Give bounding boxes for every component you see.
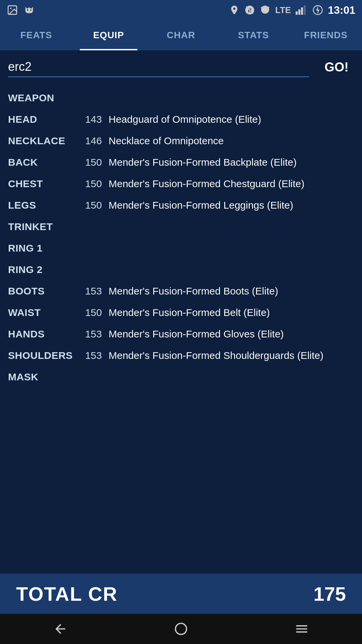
tab-char[interactable]: CHAR [145, 20, 217, 50]
equip-slot-label: CHEST [8, 178, 82, 190]
back-icon [53, 622, 68, 636]
tab-feats[interactable]: FEATS [0, 20, 72, 50]
home-icon [174, 622, 188, 636]
status-time: 13:01 [328, 4, 355, 16]
no-sign-icon [244, 5, 255, 15]
bottom-nav [0, 614, 362, 644]
svg-point-1 [10, 8, 11, 9]
signal-bars-icon [296, 5, 308, 15]
search-input[interactable] [8, 57, 309, 76]
location-icon [229, 5, 240, 15]
total-cr-value: 175 [313, 583, 346, 605]
search-input-wrapper[interactable] [8, 57, 309, 77]
equip-level: 150 [82, 307, 109, 319]
table-row: NECKLACE146Necklace of Omnipotence [8, 130, 354, 152]
equip-item-name: Mender's Fusion-Formed Gloves (Elite) [109, 328, 354, 340]
table-row: HEAD143Headguard of Omnipotence (Elite) [8, 109, 354, 130]
equip-item-name: Mender's Fusion-Formed Leggings (Elite) [109, 199, 354, 211]
equip-item-name: Mender's Fusion-Formed Shoulderguards (E… [109, 350, 354, 362]
equip-slot-label: BACK [8, 156, 82, 168]
equip-slot-label: HEAD [8, 113, 82, 125]
equip-slot-label: TRINKET [8, 221, 82, 233]
equip-level: 150 [82, 178, 109, 190]
equip-item-name: Headguard of Omnipotence (Elite) [109, 113, 354, 125]
equip-item-name: Mender's Fusion-Formed Boots (Elite) [109, 285, 354, 297]
back-button[interactable] [43, 618, 78, 640]
table-row: BOOTS153Mender's Fusion-Formed Boots (El… [8, 280, 354, 302]
table-row: RING 1 [8, 237, 354, 259]
svg-rect-8 [304, 5, 306, 15]
home-button[interactable] [164, 618, 198, 640]
equip-slot-label: BOOTS [8, 285, 82, 297]
svg-point-11 [176, 624, 187, 635]
table-row: WAIST150Mender's Fusion-Formed Belt (Eli… [8, 302, 354, 323]
cat-icon [23, 4, 35, 16]
svg-marker-10 [316, 6, 320, 15]
equip-slot-label: HANDS [8, 328, 82, 340]
total-cr-label: TOTAL CR [16, 583, 118, 605]
table-row: BACK150Mender's Fusion-Formed Backplate … [8, 152, 354, 173]
search-bar: GO! [0, 50, 362, 84]
table-row: HANDS153Mender's Fusion-Formed Gloves (E… [8, 323, 354, 345]
equip-slot-label: WAIST [8, 307, 82, 319]
equip-list: WEAPONHEAD143Headguard of Omnipotence (E… [0, 84, 362, 574]
status-bar: LTE 13:01 [0, 0, 362, 20]
equip-slot-label: WEAPON [8, 92, 82, 104]
status-bar-left-icons [7, 4, 35, 16]
equip-level: 153 [82, 350, 109, 362]
equip-item-name: Mender's Fusion-Formed Backplate (Elite) [109, 156, 354, 168]
equip-level: 146 [82, 135, 109, 147]
lte-icon: LTE [275, 5, 291, 15]
equip-slot-label: RING 1 [8, 242, 82, 254]
equip-slot-label: LEGS [8, 199, 82, 211]
equip-level: 150 [82, 156, 109, 168]
table-row: TRINKET [8, 216, 354, 237]
equip-slot-label: RING 2 [8, 264, 82, 276]
equip-level: 153 [82, 285, 109, 297]
equip-item-name: Mender's Fusion-Formed Chestguard (Elite… [109, 178, 354, 190]
equip-level: 153 [82, 328, 109, 340]
table-row: RING 2 [8, 259, 354, 280]
equip-slot-label: SHOULDERS [8, 350, 82, 362]
equip-slot-label: MASK [8, 371, 82, 383]
tab-equip[interactable]: EQUIP [72, 20, 145, 50]
equip-slot-label: NECKLACE [8, 135, 82, 147]
tab-friends[interactable]: FRIENDS [290, 20, 362, 50]
svg-rect-5 [296, 11, 298, 15]
table-row: MASK [8, 366, 354, 388]
svg-point-3 [30, 9, 32, 11]
image-icon [7, 4, 18, 16]
menu-icon [294, 622, 309, 636]
equip-level: 143 [82, 113, 109, 125]
alarm-icon [260, 5, 270, 15]
tab-stats[interactable]: STATS [217, 20, 290, 50]
table-row: CHEST150Mender's Fusion-Formed Chestguar… [8, 173, 354, 195]
table-row: SHOULDERS153Mender's Fusion-Formed Shoul… [8, 345, 354, 366]
status-bar-right-icons: LTE 13:01 [229, 4, 355, 16]
table-row: LEGS150Mender's Fusion-Formed Leggings (… [8, 195, 354, 216]
power-icon [312, 5, 323, 15]
total-cr-bar: TOTAL CR 175 [0, 574, 362, 614]
svg-rect-6 [298, 9, 300, 15]
go-button[interactable]: GO! [319, 58, 354, 76]
menu-button[interactable] [284, 618, 319, 640]
equip-item-name: Mender's Fusion-Formed Belt (Elite) [109, 307, 354, 319]
svg-rect-7 [301, 7, 303, 15]
equip-level: 150 [82, 199, 109, 211]
svg-point-2 [27, 9, 28, 11]
table-row: WEAPON [8, 87, 354, 109]
nav-tabs: FEATS EQUIP CHAR STATS FRIENDS [0, 20, 362, 50]
equip-item-name: Necklace of Omnipotence [109, 135, 354, 147]
